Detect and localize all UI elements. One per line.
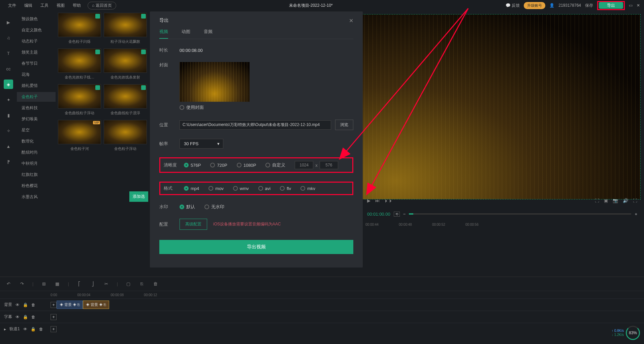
menu-edit[interactable]: 编辑: [20, 3, 36, 8]
category-item[interactable]: 数理化: [17, 136, 56, 146]
lock-icon[interactable]: 🔒: [23, 303, 28, 307]
thumbnail-item[interactable]: 金色光效粒子线…: [58, 49, 101, 82]
resolution-custom[interactable]: 自定义: [265, 162, 285, 168]
next-icon[interactable]: ⏵⏵: [384, 198, 393, 203]
category-item[interactable]: 婚礼爱情: [17, 81, 56, 91]
audio-icon[interactable]: ♫: [4, 33, 13, 42]
category-item[interactable]: 梦幻唯美: [17, 114, 56, 124]
category-item[interactable]: 动态粒子: [17, 36, 56, 46]
effects-icon[interactable]: ◈: [4, 80, 13, 89]
frame-icon[interactable]: ▣: [604, 198, 608, 203]
media-icon[interactable]: ▶: [4, 18, 13, 27]
camera-icon[interactable]: 📷: [613, 198, 618, 203]
format-mp4[interactable]: mp4: [184, 186, 199, 191]
trash-icon[interactable]: 🗑: [31, 315, 35, 319]
tab-video[interactable]: 视频: [159, 29, 168, 39]
browse-button[interactable]: 浏览: [335, 120, 353, 130]
thumbnail-item[interactable]: 金色曲线粒子漂浮: [103, 84, 147, 118]
output-path-input[interactable]: [180, 120, 331, 130]
feedback-link[interactable]: 💬 反馈: [506, 3, 520, 8]
thumbnail-item[interactable]: 金色粒子浮动: [103, 120, 147, 154]
copy-icon[interactable]: ⎘: [139, 281, 145, 287]
cover-thumbnail[interactable]: [180, 62, 250, 102]
thumbnail-item[interactable]: 金色光效线条发射: [103, 49, 147, 82]
zoom-slider[interactable]: [409, 213, 631, 215]
undo-icon[interactable]: ↶: [5, 281, 11, 287]
play-icon[interactable]: ▶: [367, 198, 371, 203]
crop-icon[interactable]: ▢: [125, 281, 131, 287]
add-clip-button[interactable]: +: [51, 326, 57, 332]
add-selected-button[interactable]: 添加选: [129, 191, 148, 202]
close-icon[interactable]: ✕: [349, 18, 353, 24]
zoom-in-icon[interactable]: +: [635, 212, 637, 217]
custom-height-input[interactable]: [320, 161, 338, 169]
eye-icon[interactable]: 👁: [23, 327, 27, 332]
window-close-icon[interactable]: ✕: [637, 3, 640, 8]
text-icon[interactable]: T: [4, 49, 13, 58]
volume-icon[interactable]: 🔊: [623, 198, 628, 203]
category-item[interactable]: 水墨古风: [17, 192, 56, 202]
format-flv[interactable]: flv: [280, 186, 291, 191]
cut-end-icon[interactable]: ⎦: [90, 281, 96, 287]
category-item[interactable]: 金色粒子: [17, 92, 56, 102]
magic-icon[interactable]: ✧: [4, 126, 13, 135]
save-button[interactable]: 保存: [585, 3, 593, 8]
export-video-button[interactable]: 导出视频: [159, 240, 353, 254]
format-mov[interactable]: mov: [208, 186, 224, 191]
category-item[interactable]: 蓝色科技: [17, 103, 56, 113]
thumbnail-item[interactable]: 金色曲线粒子浮动: [58, 84, 101, 118]
watermark-default[interactable]: 默认: [180, 204, 195, 210]
category-item[interactable]: 粉色樱花: [17, 181, 56, 191]
fps-select[interactable]: 30 FPS ▾: [180, 139, 223, 149]
menu-file[interactable]: 文件: [4, 3, 20, 8]
cut-start-icon[interactable]: ⎡: [76, 281, 83, 287]
format-mkv[interactable]: mkv: [300, 186, 315, 191]
split-icon[interactable]: ⊞: [41, 281, 47, 287]
category-item[interactable]: 酷炫时尚: [17, 148, 56, 157]
category-item[interactable]: 星空: [17, 125, 56, 135]
category-item[interactable]: 红旗红旗: [17, 170, 56, 180]
category-item[interactable]: 颁奖主题: [17, 48, 56, 57]
thumbnail-item[interactable]: 金色粒子闪烁: [58, 13, 101, 46]
add-clip-button[interactable]: +: [51, 314, 57, 320]
window-min-icon[interactable]: ▭: [629, 3, 633, 8]
category-item[interactable]: 自定义颜色: [17, 25, 56, 35]
menu-tools[interactable]: 工具: [36, 3, 53, 8]
custom-width-input[interactable]: [295, 161, 313, 169]
caption-icon[interactable]: cc: [4, 64, 13, 73]
use-cover-checkbox[interactable]: 使用封面: [180, 104, 204, 111]
advanced-config-button[interactable]: 高级配置: [180, 219, 207, 230]
category-item[interactable]: 花海: [17, 70, 56, 80]
category-item[interactable]: 预设颜色: [17, 14, 56, 24]
timeline-clip[interactable]: ◈ 背景 ◈ ⎘: [83, 301, 109, 309]
delete-icon[interactable]: 🗑: [152, 281, 158, 287]
trash-icon[interactable]: 🗑: [31, 303, 35, 307]
resolution-576p[interactable]: 576P: [184, 163, 201, 168]
eye-icon[interactable]: 👁: [15, 315, 20, 319]
step-forward-icon[interactable]: ⏭: [375, 198, 380, 203]
export-button[interactable]: 导出: [599, 2, 623, 9]
chevron-right-icon[interactable]: ▸: [4, 327, 6, 332]
resolution-1080p[interactable]: 1080P: [237, 163, 256, 168]
trash-icon[interactable]: 🗑: [39, 327, 43, 332]
loop-icon[interactable]: ⟲: [394, 212, 400, 217]
scissor-icon[interactable]: ✂: [103, 281, 109, 287]
menu-help[interactable]: 帮助: [69, 3, 85, 8]
watermark-none[interactable]: 无水印: [204, 204, 224, 210]
format-avi[interactable]: avi: [258, 186, 271, 191]
user-icon[interactable]: ▲: [4, 142, 13, 151]
eye-icon[interactable]: 👁: [15, 303, 20, 307]
upgrade-button[interactable]: 升级账号: [524, 2, 545, 9]
folder-icon[interactable]: ▮: [4, 111, 13, 120]
lock-icon[interactable]: 🔒: [23, 315, 28, 319]
lock-icon[interactable]: 🔒: [31, 327, 36, 332]
format-wmv[interactable]: wmv: [233, 186, 249, 191]
redo-icon[interactable]: ↷: [19, 281, 25, 287]
tab-gif[interactable]: 动图: [182, 29, 190, 39]
category-item[interactable]: 中秋明月: [17, 159, 56, 168]
fullscreen-icon[interactable]: ⛶: [633, 198, 637, 203]
timeline-clip[interactable]: ◈ 背景 ◈ ⎘: [57, 301, 83, 309]
screenshot-icon[interactable]: ⛶: [595, 198, 599, 203]
zoom-out-icon[interactable]: −: [403, 212, 406, 217]
category-item[interactable]: 春节节日: [17, 59, 56, 68]
